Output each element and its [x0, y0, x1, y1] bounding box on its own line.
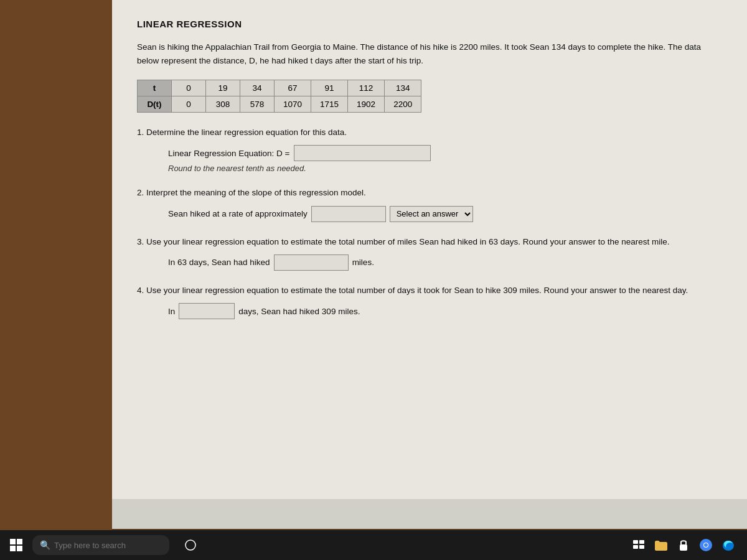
table-cell: 1902: [348, 96, 385, 113]
q4-answer-row: In days, Sean had hiked 309 miles.: [137, 303, 722, 319]
svg-rect-2: [10, 546, 16, 551]
taskbar-search-box[interactable]: 🔍: [32, 535, 169, 555]
svg-rect-3: [17, 546, 22, 551]
left-panel: [0, 0, 112, 560]
question-4-text: 4. Use your linear regression equation t…: [137, 284, 722, 297]
q1-answer-row: Linear Regression Equation: D =: [137, 145, 722, 161]
table-cell: 19: [206, 80, 240, 96]
table-cell: 134: [385, 80, 421, 96]
table-cell: 67: [275, 80, 311, 96]
main-screen: LINEAR REGRESSION Sean is hiking the App…: [112, 0, 747, 529]
q1-note: Round to the nearest tenth as needed.: [137, 164, 722, 173]
question-4-block: 4. Use your linear regression equation t…: [137, 284, 722, 319]
q3-suffix: miles.: [352, 258, 374, 267]
svg-rect-9: [680, 544, 687, 551]
virtual-desktop-icon[interactable]: [631, 538, 646, 553]
svg-point-12: [704, 543, 708, 547]
content-area: LINEAR REGRESSION Sean is hiking the App…: [112, 0, 747, 499]
table-header-dt: D(t): [138, 96, 172, 113]
svg-point-4: [186, 540, 195, 550]
svg-rect-8: [639, 545, 644, 549]
q2-select-answer[interactable]: Select an answer miles per day days per …: [390, 206, 473, 222]
intro-text: Sean is hiking the Appalachian Trail fro…: [137, 40, 722, 67]
taskbar-middle-icons: [179, 534, 202, 556]
taskbar: 🔍: [0, 530, 747, 560]
file-explorer-icon[interactable]: [654, 538, 669, 553]
search-icon: 🔍: [40, 540, 50, 550]
edge-icon[interactable]: [721, 538, 736, 553]
question-2-block: 2. Interpret the meaning of the slope of…: [137, 187, 722, 222]
q2-prefix: Sean hiked at a rate of approximately: [168, 209, 308, 218]
question-3-text: 3. Use your linear regression equation t…: [137, 236, 722, 248]
table-cell: 0: [172, 80, 206, 96]
q1-equation-input[interactable]: [294, 145, 431, 161]
svg-rect-7: [633, 545, 638, 549]
q3-answer-row: In 63 days, Sean had hiked miles.: [137, 254, 722, 271]
windows-logo-icon: [9, 538, 23, 552]
page-title: LINEAR REGRESSION: [137, 19, 722, 29]
table-cell: 2200: [385, 96, 421, 113]
q4-suffix: days, Sean had hiked 309 miles.: [238, 307, 360, 316]
data-table: t 0 19 34 67 91 112 134 D(t) 0 308 578 1…: [137, 80, 421, 113]
svg-rect-5: [633, 540, 638, 544]
question-2-text: 2. Interpret the meaning of the slope of…: [137, 187, 722, 199]
table-cell: 34: [240, 80, 275, 96]
question-1-text: 1. Determine the linear regression equat…: [137, 126, 722, 139]
table-cell: 578: [240, 96, 275, 113]
lock-icon[interactable]: [676, 538, 691, 553]
svg-rect-0: [10, 539, 16, 544]
chrome-icon[interactable]: [698, 538, 713, 553]
q2-rate-input[interactable]: [311, 206, 386, 222]
question-3-block: 3. Use your linear regression equation t…: [137, 236, 722, 271]
table-header-t: t: [138, 80, 172, 96]
q3-prefix: In 63 days, Sean had hiked: [168, 258, 270, 267]
q3-miles-input[interactable]: [274, 254, 349, 271]
table-cell: 1070: [275, 96, 311, 113]
svg-rect-6: [639, 540, 644, 544]
svg-rect-1: [17, 539, 22, 544]
taskbar-right-icons: [631, 538, 742, 553]
q4-days-input[interactable]: [179, 303, 235, 319]
table-cell: 1715: [311, 96, 348, 113]
start-button[interactable]: [5, 534, 27, 556]
table-cell: 91: [311, 80, 348, 96]
table-cell: 112: [348, 80, 385, 96]
taskbar-search-input[interactable]: [54, 541, 154, 550]
table-cell: 308: [206, 96, 240, 113]
q1-label: Linear Regression Equation: D =: [168, 149, 290, 158]
table-cell: 0: [172, 96, 206, 113]
q4-prefix: In: [168, 307, 175, 316]
question-1-block: 1. Determine the linear regression equat…: [137, 126, 722, 173]
q2-answer-row: Sean hiked at a rate of approximately Se…: [137, 206, 722, 222]
task-view-icon[interactable]: [179, 534, 202, 556]
